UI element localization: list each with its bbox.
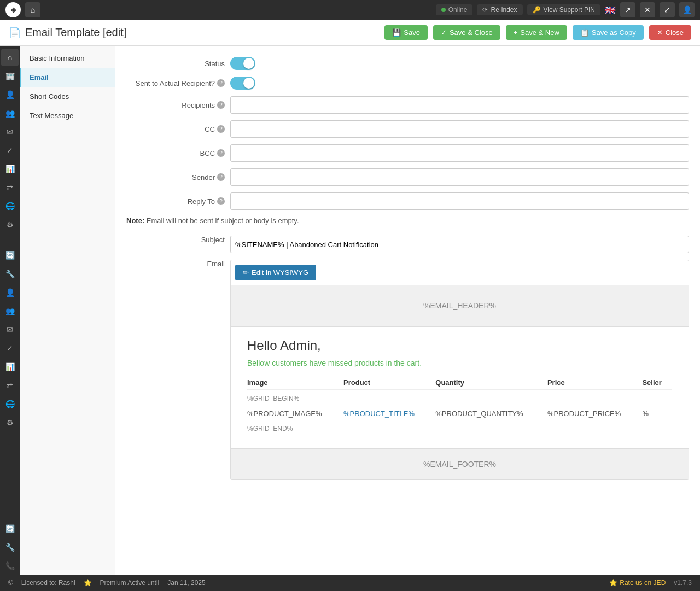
page-header: 📄 Email Template [edit] 💾 Save ✓ Save & … bbox=[0, 20, 700, 46]
sender-help-icon[interactable]: ? bbox=[217, 173, 225, 181]
sender-label: Sender ? bbox=[126, 173, 225, 182]
recipients-input[interactable] bbox=[230, 96, 689, 114]
subject-input[interactable] bbox=[230, 236, 689, 253]
bottom-bar: © Licensed to: Rashi ⭐ Premium Active un… bbox=[0, 575, 700, 591]
sidebar-icon-user[interactable]: 👤 bbox=[1, 86, 19, 103]
wysiwyg-button[interactable]: ✏ Edit in WYSIWYG bbox=[235, 265, 316, 280]
status-label: Status bbox=[126, 60, 225, 68]
home-icon[interactable]: ⌂ bbox=[25, 2, 40, 17]
col-header-image: Image bbox=[247, 376, 343, 390]
email-table: Image Product Quantity Price Seller %GRI… bbox=[247, 376, 672, 437]
sidebar-icon-building[interactable]: 🏢 bbox=[1, 67, 19, 85]
sidebar-icon-user2[interactable]: 👤 bbox=[1, 284, 19, 301]
cc-label: CC ? bbox=[126, 125, 225, 133]
sidebar-icon-gear[interactable]: ⚙ bbox=[1, 216, 19, 233]
view-support-button[interactable]: 🔑 View Support PIN bbox=[527, 4, 601, 15]
close-button[interactable]: ✕ Close bbox=[649, 25, 691, 40]
save-button[interactable]: 💾 Save bbox=[384, 25, 428, 40]
sidebar-icon-globe[interactable]: 🌐 bbox=[1, 197, 19, 215]
col-header-seller: Seller bbox=[642, 376, 672, 390]
sent-to-actual-toggle[interactable] bbox=[230, 77, 255, 90]
licensed-to: Licensed to: Rashi bbox=[21, 579, 75, 587]
status-row: Status bbox=[126, 57, 689, 70]
email-row: Email ✏ Edit in WYSIWYG %EMAIL_HEADER% H… bbox=[126, 260, 689, 480]
toggle-thumb-2 bbox=[243, 78, 254, 89]
sidebar-icon-transfer[interactable]: ⇄ bbox=[1, 179, 19, 196]
sidebar-item-short-codes[interactable]: Short Codes bbox=[20, 87, 115, 106]
reply-to-help-icon[interactable]: ? bbox=[217, 197, 225, 205]
sidebar-icon-wrench[interactable]: 🔧 bbox=[1, 265, 19, 283]
reindex-icon: ⟳ bbox=[482, 6, 488, 14]
external-link-icon[interactable]: ↗ bbox=[620, 2, 635, 17]
toggle-thumb bbox=[243, 58, 254, 69]
main-layout: ⌂ 🏢 👤 👥 ✉ ✓ 📊 ⇄ 🌐 ⚙ 🔄 🔧 👤 👥 ✉ ✓ 📊 ⇄ 🌐 ⚙ … bbox=[0, 46, 700, 575]
save-new-button[interactable]: + Save & New bbox=[506, 25, 567, 40]
email-header-section: %EMAIL_HEADER% bbox=[231, 285, 689, 327]
sidebar-icon-gear2[interactable]: ⚙ bbox=[1, 414, 19, 431]
subject-label: Subject bbox=[126, 236, 225, 244]
sidebar-icon-chart[interactable]: 📊 bbox=[1, 160, 19, 178]
col-header-product: Product bbox=[343, 376, 435, 390]
sidebar-icon-refresh[interactable]: 🔄 bbox=[1, 247, 19, 264]
sidebar-icon-transfer2[interactable]: ⇄ bbox=[1, 377, 19, 394]
bcc-row: BCC ? bbox=[126, 144, 689, 162]
sidebar-item-email[interactable]: Email bbox=[20, 68, 115, 87]
bcc-input[interactable] bbox=[230, 144, 689, 162]
sidebar-icon-check2[interactable]: ✓ bbox=[1, 340, 19, 357]
online-label: Online bbox=[448, 6, 468, 14]
col-price-value: %PRODUCT_PRICE% bbox=[547, 407, 642, 420]
bcc-help-icon[interactable]: ? bbox=[217, 149, 225, 157]
close-icon: ✕ bbox=[657, 28, 663, 37]
close-x-icon[interactable]: ✕ bbox=[640, 2, 655, 17]
email-preview: ✏ Edit in WYSIWYG %EMAIL_HEADER% Hello A… bbox=[230, 260, 689, 480]
user-icon[interactable]: 👤 bbox=[679, 2, 695, 17]
sidebar-icon-home[interactable]: ⌂ bbox=[1, 49, 19, 66]
version-label: v1.7.3 bbox=[674, 579, 692, 587]
sidebar-icon-chart2[interactable]: 📊 bbox=[1, 358, 19, 376]
table-row: %PRODUCT_IMAGE% %PRODUCT_TITLE% %PRODUCT… bbox=[247, 407, 672, 420]
note-text: Note: Email will not be sent if subject … bbox=[126, 216, 689, 225]
sidebar-icon-globe2[interactable]: 🌐 bbox=[1, 395, 19, 413]
flag-icon[interactable]: 🇬🇧 bbox=[605, 5, 616, 15]
sidebar-icon-wrench2[interactable]: 🔧 bbox=[1, 539, 19, 556]
nav-sidebar: Basic Information Email Short Codes Text… bbox=[20, 46, 115, 575]
cc-help-icon[interactable]: ? bbox=[217, 125, 225, 133]
sender-input[interactable] bbox=[230, 168, 689, 186]
online-dot bbox=[441, 8, 446, 12]
sidebar-icon-mail2[interactable]: ✉ bbox=[1, 321, 19, 338]
col-seller-value: % bbox=[642, 407, 672, 420]
star-rate-icon: ⭐ bbox=[609, 579, 617, 587]
premium-label: Premium Active until bbox=[100, 579, 160, 587]
expand-icon[interactable]: ⤢ bbox=[660, 2, 675, 17]
sidebar-icon-refresh2[interactable]: 🔄 bbox=[1, 520, 19, 537]
email-body-section: Hello Admin, Bellow customers have misse… bbox=[231, 327, 689, 448]
sidebar-icon-phone[interactable]: 📞 bbox=[1, 557, 19, 575]
edit-icon: ✏ bbox=[243, 268, 249, 277]
sent-to-actual-row: Sent to Actual Recipient? ? bbox=[126, 77, 689, 90]
recipients-row: Recipients ? bbox=[126, 96, 689, 114]
reindex-button[interactable]: ⟳ Re-index bbox=[477, 4, 522, 15]
recipients-help-icon[interactable]: ? bbox=[217, 101, 225, 109]
icon-sidebar: ⌂ 🏢 👤 👥 ✉ ✓ 📊 ⇄ 🌐 ⚙ 🔄 🔧 👤 👥 ✉ ✓ 📊 ⇄ 🌐 ⚙ … bbox=[0, 46, 20, 575]
content-area: Status Sent to Actual Recipient? ? Recip… bbox=[115, 46, 700, 575]
save-copy-button[interactable]: 📋 Save as Copy bbox=[573, 25, 644, 40]
cc-input[interactable] bbox=[230, 120, 689, 138]
cc-row: CC ? bbox=[126, 120, 689, 138]
reply-to-input[interactable] bbox=[230, 192, 689, 210]
sent-to-actual-help-icon[interactable]: ? bbox=[217, 79, 225, 87]
sidebar-item-basic-information[interactable]: Basic Information bbox=[20, 49, 115, 68]
rate-link[interactable]: ⭐ Rate us on JED bbox=[609, 579, 666, 587]
sidebar-icon-check[interactable]: ✓ bbox=[1, 142, 19, 159]
bcc-label: BCC ? bbox=[126, 149, 225, 157]
sidebar-icon-mail[interactable]: ✉ bbox=[1, 123, 19, 141]
sidebar-item-text-message[interactable]: Text Message bbox=[20, 106, 115, 125]
sent-to-actual-label: Sent to Actual Recipient? ? bbox=[126, 79, 225, 87]
save-close-button[interactable]: ✓ Save & Close bbox=[433, 25, 500, 40]
col-image-value: %PRODUCT_IMAGE% bbox=[247, 407, 343, 420]
save-icon: 💾 bbox=[392, 28, 401, 37]
app-logo[interactable]: ◈ bbox=[5, 2, 21, 17]
sidebar-icon-users2[interactable]: 👥 bbox=[1, 302, 19, 320]
status-toggle[interactable] bbox=[230, 57, 255, 70]
sidebar-icon-users[interactable]: 👥 bbox=[1, 104, 19, 122]
online-status: Online bbox=[436, 4, 473, 15]
